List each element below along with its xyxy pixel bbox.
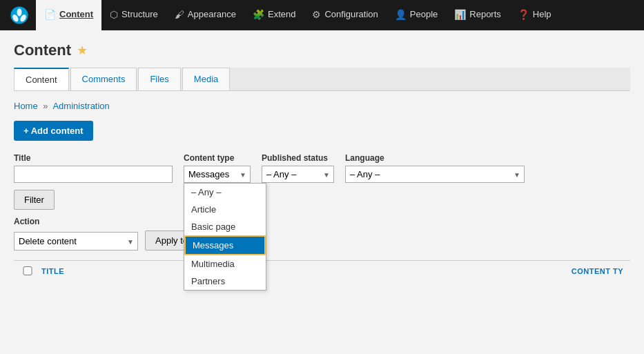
star-icon[interactable]: ★ [77,43,88,58]
svg-point-1 [17,8,22,16]
page-title-row: Content ★ [14,41,630,59]
filter-row: Title Content type – Any – Article Basic… [14,153,630,183]
title-label: Title [14,153,173,163]
content-type-dropdown-container: – Any – Article Basic page Messages Mult… [184,166,251,183]
structure-icon: ⬡ [110,9,118,20]
action-group: Action Delete content Publish content Un… [14,217,138,250]
config-icon: ⚙ [312,9,321,20]
select-all-checkbox[interactable] [21,266,35,275]
table-header: TITLE CONTENT TY [14,260,630,281]
breadcrumb-admin[interactable]: Administration [52,101,109,111]
content-icon: 📄 [44,9,56,20]
published-status-group: Published status – Any – Published Unpub… [262,153,334,183]
content-type-dropdown-menu: – Any – Article Basic page Messages Mult… [184,183,266,291]
add-content-button[interactable]: + Add content [14,121,93,141]
content-type-select[interactable]: – Any – Article Basic page Messages Mult… [184,166,251,183]
dropdown-item-messages[interactable]: Messages [184,235,266,255]
people-icon: 👤 [395,9,407,20]
nav-item-appearance[interactable]: 🖌 Appearance [166,0,244,30]
action-select[interactable]: Delete content Publish content Unpublish… [14,232,138,250]
action-row: Action Delete content Publish content Un… [14,217,630,250]
language-label: Language [345,153,525,163]
action-select-wrapper: Delete content Publish content Unpublish… [14,232,138,250]
nav-item-configuration[interactable]: ⚙ Configuration [304,0,386,30]
nav-label-content: Content [59,9,93,19]
nav-item-reports[interactable]: 📊 Reports [446,0,509,30]
dropdown-item-partners[interactable]: Partners [184,273,266,290]
dropdown-item-article[interactable]: Article [184,201,266,218]
published-select-wrapper: – Any – Published Unpublished ▼ [262,166,334,183]
col-content-type-header: CONTENT TY [568,267,623,275]
col-title-header: TITLE [41,267,568,275]
tab-content[interactable]: Content [14,68,69,90]
tab-comments[interactable]: Comments [70,68,137,90]
action-label: Action [14,217,138,226]
filter-button[interactable]: Filter [14,190,55,210]
tabs: Content Comments Files Media [14,68,630,91]
top-nav: 📄 Content ⬡ Structure 🖌 Appearance 🧩 Ext… [0,0,644,30]
content-type-label: Content type [184,153,251,163]
nav-item-help[interactable]: ❓ Help [509,0,560,30]
nav-item-structure[interactable]: ⬡ Structure [101,0,166,30]
language-select[interactable]: – Any – English [345,166,525,183]
appearance-icon: 🖌 [175,9,184,20]
nav-item-people[interactable]: 👤 People [387,0,446,30]
breadcrumb-separator: » [43,101,48,111]
nav-label-appearance: Appearance [188,9,236,19]
language-select-wrapper: – Any – English ▼ [345,166,525,183]
extend-icon: 🧩 [253,9,264,20]
nav-label-structure: Structure [121,9,158,19]
tab-media[interactable]: Media [182,68,230,90]
help-icon: ❓ [518,9,529,20]
nav-label-config: Configuration [324,9,378,19]
dropdown-item-any[interactable]: – Any – [184,184,266,201]
language-group: Language – Any – English ▼ [345,153,525,183]
dropdown-item-multimedia[interactable]: Multimedia [184,255,266,273]
dropdown-item-basic-page[interactable]: Basic page [184,218,266,235]
tab-files[interactable]: Files [138,68,180,90]
filter-form: Title Content type – Any – Article Basic… [14,153,630,210]
breadcrumb: Home » Administration [14,101,630,111]
reports-icon: 📊 [454,9,466,20]
nav-item-extend[interactable]: 🧩 Extend [244,0,304,30]
logo[interactable] [3,0,36,30]
page-content: Content ★ Content Comments Files Media H… [0,30,644,354]
filter-button-row: Filter [14,190,630,210]
published-status-select[interactable]: – Any – Published Unpublished [262,166,334,183]
content-type-select-wrapper: – Any – Article Basic page Messages Mult… [184,166,251,183]
breadcrumb-home[interactable]: Home [14,101,38,111]
title-input[interactable] [14,166,173,183]
nav-label-people: People [410,9,438,19]
nav-item-content[interactable]: 📄 Content [36,0,101,30]
nav-label-extend: Extend [268,9,295,19]
content-type-group: Content type – Any – Article Basic page … [184,153,251,183]
nav-label-reports: Reports [469,9,501,19]
nav-label-help: Help [533,9,552,19]
published-status-label: Published status [262,153,334,163]
page-title: Content [14,41,71,59]
title-group: Title [14,153,173,183]
